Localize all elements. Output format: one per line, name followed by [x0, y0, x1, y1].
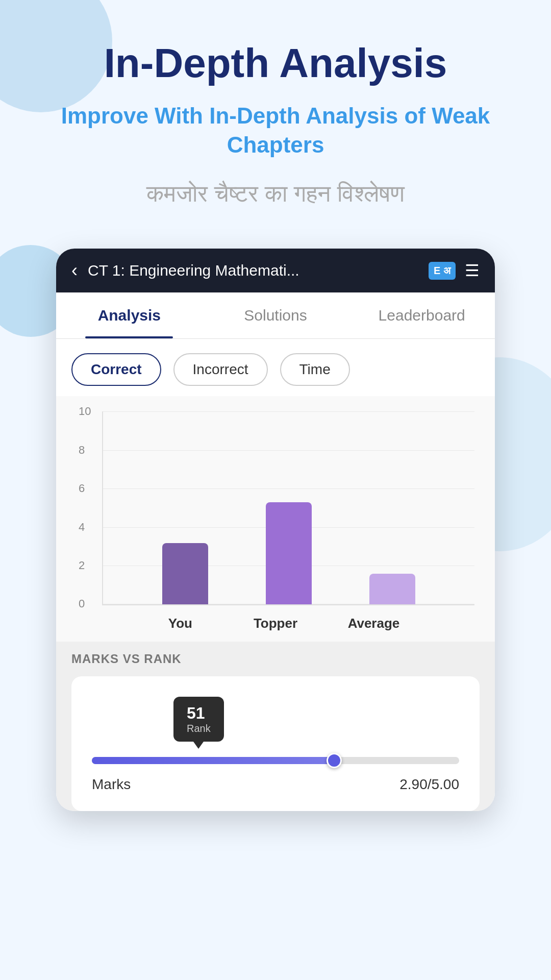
tab-analysis[interactable]: Analysis — [56, 292, 203, 338]
grid-label-6: 6 — [79, 482, 85, 495]
hindi-text: कमजोर चैष्टर का गहन विश्लेषण — [31, 180, 520, 208]
slider-thumb — [327, 753, 342, 768]
bar-group-topper — [266, 502, 312, 604]
grid-label-4: 4 — [79, 521, 85, 534]
chart-area: 10 8 6 4 2 0 — [56, 396, 495, 642]
back-icon[interactable]: ‹ — [71, 260, 78, 281]
bar-group-average — [369, 574, 415, 604]
bar-label-topper: Topper — [253, 616, 298, 631]
filter-incorrect[interactable]: Incorrect — [173, 353, 268, 386]
rank-label: Rank — [187, 723, 211, 734]
bar-you — [162, 543, 208, 604]
bar-average — [369, 574, 415, 604]
bar-topper — [266, 502, 312, 604]
rank-tooltip: 51 Rank — [173, 697, 224, 742]
bars-container — [103, 411, 474, 604]
tab-solutions[interactable]: Solutions — [203, 292, 349, 338]
edu-icon[interactable]: E अ — [429, 262, 456, 280]
marks-rank-section: MARKS VS RANK 51 Rank Marks 2.90/5.00 — [56, 642, 495, 811]
main-title: In-Depth Analysis — [31, 41, 520, 86]
tabs-container: Analysis Solutions Leaderboard — [56, 292, 495, 339]
grid-label-10: 10 — [79, 405, 91, 418]
slider-track[interactable] — [92, 757, 459, 764]
marks-rank-title: MARKS VS RANK — [71, 652, 480, 666]
slider-fill — [92, 757, 342, 764]
filter-buttons: Correct Incorrect Time — [56, 339, 495, 396]
menu-icon[interactable]: ☰ — [465, 261, 480, 280]
marks-rank-card: 51 Rank Marks 2.90/5.00 — [71, 676, 480, 811]
marks-value: 2.90/5.00 — [399, 776, 459, 793]
tab-leaderboard[interactable]: Leaderboard — [348, 292, 495, 338]
phone-mockup: ‹ CT 1: Engineering Mathemati... E अ ☰ A… — [56, 249, 495, 811]
rank-value: 51 — [187, 704, 205, 722]
subtitle: Improve With In-Depth Analysis of Weak C… — [31, 101, 520, 159]
grid-label-2: 2 — [79, 559, 85, 572]
bar-labels: You Topper Average — [77, 616, 474, 631]
bar-label-average: Average — [348, 616, 394, 631]
marks-row: Marks 2.90/5.00 — [92, 776, 459, 793]
bar-label-you: You — [157, 616, 203, 631]
header-title: CT 1: Engineering Mathemati... — [88, 262, 418, 279]
bar-group-you — [162, 543, 208, 604]
marks-label: Marks — [92, 776, 131, 793]
phone-header: ‹ CT 1: Engineering Mathemati... E अ ☰ — [56, 249, 495, 292]
chart-grid: 10 8 6 4 2 0 — [102, 411, 474, 605]
header-icons: E अ ☰ — [429, 261, 480, 280]
grid-label-0: 0 — [79, 597, 85, 610]
filter-time[interactable]: Time — [280, 353, 350, 386]
grid-label-8: 8 — [79, 444, 85, 457]
filter-correct[interactable]: Correct — [71, 353, 161, 386]
